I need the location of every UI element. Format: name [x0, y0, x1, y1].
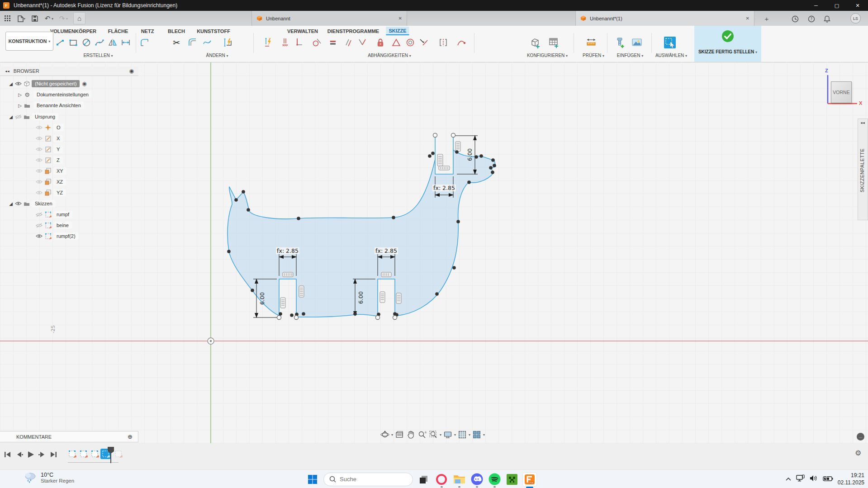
spline-tool-icon[interactable]: [93, 36, 106, 49]
trim-scissors-icon[interactable]: ✂: [170, 36, 183, 49]
eye-visible-icon[interactable]: [14, 81, 22, 86]
display-settings-caret-icon[interactable]: ▾: [454, 433, 456, 437]
close-button[interactable]: ✕: [847, 0, 868, 11]
tree-item-label[interactable]: XY: [53, 167, 66, 175]
rectangle-tool-icon[interactable]: [66, 36, 80, 49]
viewcube-front-face[interactable]: VORNE: [831, 81, 852, 103]
eye-dim-icon[interactable]: [35, 158, 43, 162]
expand-panel-icon[interactable]: ◄◄: [860, 121, 864, 124]
line-tool-icon[interactable]: [53, 36, 67, 49]
browser-options-icon[interactable]: ◉: [129, 68, 134, 74]
dimension-text[interactable]: fx: 2.85: [433, 185, 455, 191]
sketch-dimension-tool-icon[interactable]: [119, 36, 133, 49]
eye-dim-icon[interactable]: [35, 125, 43, 130]
notifications-bell-icon[interactable]: [822, 14, 831, 24]
mirror-tool-icon[interactable]: [106, 36, 119, 49]
curve-tool-icon[interactable]: [200, 36, 214, 49]
timeline-skip-start-button[interactable]: [3, 450, 13, 460]
grid-settings-caret-icon[interactable]: ▾: [469, 433, 470, 437]
dimension-text[interactable]: fx: 2.85: [375, 247, 397, 254]
lock-constraint-icon[interactable]: [374, 36, 387, 49]
timeline-step-forward-button[interactable]: [37, 450, 47, 460]
undo-icon[interactable]: ↶: [43, 14, 52, 24]
timeline-play-button[interactable]: [26, 450, 36, 460]
equal-constraint-icon[interactable]: [326, 36, 340, 49]
tree-item-named-views[interactable]: ▷ Benannte Ansichten: [0, 100, 84, 111]
start-button[interactable]: [306, 473, 319, 486]
menu-tab-dienstprogramme[interactable]: DIENSTPROGRAMME: [325, 27, 382, 35]
tree-item-label[interactable]: XZ: [53, 178, 66, 185]
eye-visible-icon[interactable]: [35, 234, 43, 238]
timeline-feature-sketch-2[interactable]: [78, 449, 89, 459]
zoom-icon[interactable]: ±: [417, 430, 427, 440]
tree-item-origin-point[interactable]: O: [0, 122, 64, 133]
parallel-constraint-icon[interactable]: [342, 36, 355, 49]
save-icon[interactable]: [30, 14, 40, 24]
group-label-erstellen[interactable]: ERSTELLEN ▾: [83, 53, 113, 58]
view-cube[interactable]: Z X VORNE: [821, 67, 866, 112]
group-label-aendern[interactable]: ÄNDERN ▾: [206, 53, 228, 58]
polygon-constraint-icon[interactable]: [389, 36, 403, 49]
timeline-feature-sketch-3[interactable]: [90, 449, 100, 459]
dimension-text[interactable]: 6.00: [357, 291, 364, 304]
user-avatar[interactable]: LS: [850, 13, 861, 24]
new-tab-button[interactable]: +: [763, 14, 771, 23]
timeline-skip-end-button[interactable]: [48, 450, 58, 460]
weather-widget[interactable]: 10°C Starker Regen: [24, 471, 74, 484]
finish-sketch-button[interactable]: SKIZZE FERTIG STELLEN ▾: [694, 26, 761, 62]
curvature-constraint-icon[interactable]: [455, 36, 468, 49]
redo-caret-icon[interactable]: ▾: [66, 17, 68, 21]
circle-tool-icon[interactable]: [80, 36, 93, 49]
tree-item-label[interactable]: Dokumenteinstellungen: [33, 91, 92, 98]
collapse-triangle-icon[interactable]: ▷: [16, 92, 24, 97]
tab-close-icon[interactable]: ✕: [398, 16, 402, 21]
tree-item-sketch-rumpf[interactable]: rumpf: [0, 209, 72, 220]
offset-tool-icon[interactable]: [185, 36, 199, 49]
tree-item-document[interactable]: ◢ (Nicht gespeichert) ◉: [0, 78, 87, 89]
eye-dim-icon[interactable]: [35, 147, 43, 152]
measure-ruler-icon[interactable]: [584, 36, 598, 49]
tree-item-label[interactable]: YZ: [53, 189, 66, 196]
tree-item-sketch-rumpf2[interactable]: rumpf(2): [0, 231, 79, 242]
perpendicular-constraint-icon[interactable]: [356, 36, 369, 49]
viewports-icon[interactable]: [472, 430, 482, 440]
group-label-konfigurieren[interactable]: KONFIGURIEREN ▾: [527, 53, 568, 58]
eye-hidden-icon[interactable]: [14, 114, 22, 119]
menu-tab-flaeche[interactable]: FLÄCHE: [105, 27, 131, 35]
tree-item-label[interactable]: rumpf(2): [53, 232, 79, 240]
group-label-auswaehlen[interactable]: AUSWÄHLEN ▾: [655, 53, 687, 58]
grid-settings-icon[interactable]: [457, 430, 467, 440]
taskbar-app-discord[interactable]: [470, 473, 484, 486]
menu-tab-blech[interactable]: BLECH: [165, 27, 188, 35]
midpoint-constraint-icon[interactable]: [417, 36, 431, 49]
coincident-constraint-icon[interactable]: [292, 36, 305, 49]
taskbar-app-spotify[interactable]: [488, 473, 501, 486]
menu-tab-netz[interactable]: NETZ: [138, 27, 157, 35]
expand-triangle-icon[interactable]: ◢: [7, 114, 14, 119]
eye-visible-icon[interactable]: [14, 201, 22, 206]
expand-triangle-icon[interactable]: ◢: [7, 201, 14, 206]
tree-item-axis-z[interactable]: Z: [0, 155, 63, 166]
tab-document-1[interactable]: Unbenannt ✕: [251, 11, 407, 26]
viewports-caret-icon[interactable]: ▾: [483, 433, 485, 437]
insert-image-icon[interactable]: [630, 36, 644, 49]
timeline-step-back-button[interactable]: [14, 450, 24, 460]
tree-item-label[interactable]: beine: [53, 222, 72, 229]
taskbar-app-opera-gx[interactable]: [435, 473, 448, 486]
configure-box-icon[interactable]: [529, 36, 543, 49]
tab-document-2[interactable]: Unbenannt*(1) ✕: [575, 11, 754, 26]
help-icon[interactable]: ?: [807, 14, 816, 24]
workspace-selector-button[interactable]: KONSTRUKTION▾: [5, 32, 53, 51]
tree-item-settings[interactable]: ▷ ⚙ Dokumenteinstellungen: [0, 89, 92, 100]
tree-item-origin-folder[interactable]: ◢ Ursprung: [0, 111, 58, 122]
insert-fastener-icon[interactable]: [613, 36, 626, 49]
add-comment-icon[interactable]: ⊕: [128, 433, 133, 440]
pan-hand-icon[interactable]: [406, 430, 416, 440]
tree-item-label[interactable]: X: [53, 135, 63, 142]
origin-marker[interactable]: [208, 338, 214, 344]
dimension-text[interactable]: 6.00: [259, 292, 266, 305]
active-document-radio-icon[interactable]: ◉: [82, 81, 86, 87]
fillet-tool-icon[interactable]: [138, 36, 152, 49]
dimension-text[interactable]: 6.00: [466, 148, 473, 161]
menu-tab-volumenkoerper[interactable]: VOLUMENKÖRPER: [47, 27, 99, 35]
